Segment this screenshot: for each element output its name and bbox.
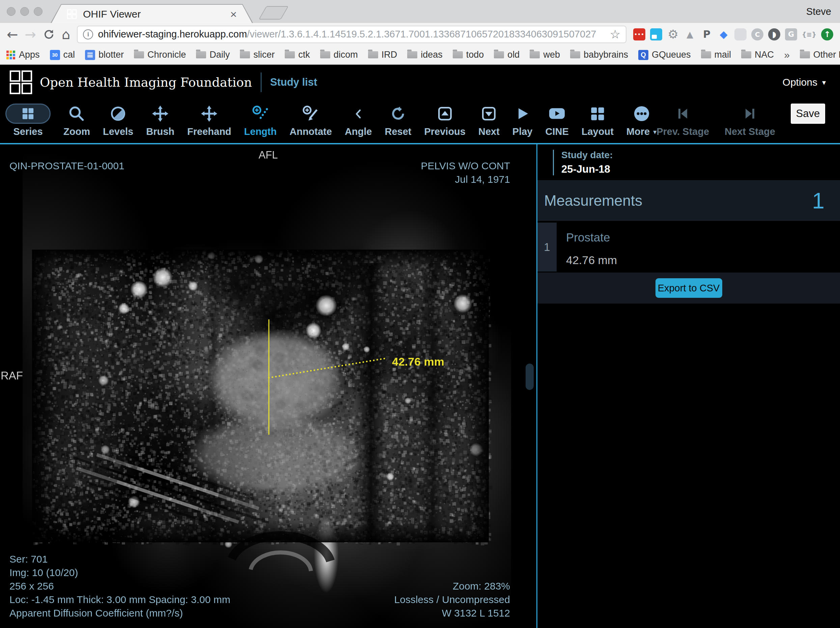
tool-zoom[interactable]: Zoom <box>63 101 90 137</box>
stack-scrollbar-thumb[interactable] <box>526 364 534 390</box>
new-tab-button[interactable] <box>258 6 289 20</box>
tab-close-icon[interactable]: × <box>230 8 237 20</box>
series-active-pill <box>5 104 51 124</box>
tool-play[interactable]: Play <box>512 101 533 137</box>
bookmarks-overflow-chevron[interactable]: » <box>784 49 790 61</box>
minimize-window-button[interactable] <box>20 7 29 16</box>
bookmark-other-bookmarks[interactable]: Other Bookmarks <box>800 50 840 60</box>
bookmark-cal[interactable]: 30cal <box>50 50 75 60</box>
browser-tab[interactable]: OHIF Viewer × <box>51 4 253 23</box>
next-stage-button[interactable]: Next Stage <box>725 101 775 137</box>
next-image-icon <box>481 106 497 121</box>
bookmark-folder[interactable]: ideas <box>407 50 443 60</box>
series-info-overlay: Ser: 701 Img: 10 (10/20) 256 x 256 Loc: … <box>9 552 231 620</box>
study-list-link[interactable]: Study list <box>270 76 317 88</box>
reload-icon[interactable] <box>43 28 55 41</box>
measurement-name[interactable]: Prostate <box>566 231 617 244</box>
bookmark-folder[interactable]: NAC <box>741 50 774 60</box>
bookmark-gqueues[interactable]: GQueues <box>638 50 691 60</box>
bookmark-folder[interactable]: ctk <box>285 50 310 60</box>
maximize-window-button[interactable] <box>34 7 43 16</box>
measurement-value: 42.76 mm <box>566 254 617 267</box>
back-icon[interactable]: ← <box>7 28 18 41</box>
layout-icon <box>590 106 605 121</box>
tool-freehand[interactable]: Freehand <box>187 101 231 137</box>
bookmark-folder[interactable]: Daily <box>196 50 230 60</box>
annotate-icon <box>302 105 319 122</box>
app-title: Open Health Imaging Foundation <box>40 75 252 90</box>
extension-icon-gear[interactable]: ⚙ <box>667 28 679 41</box>
save-button[interactable]: Save <box>791 104 825 124</box>
more-icon <box>633 105 650 122</box>
bookmark-folder[interactable]: slicer <box>240 50 275 60</box>
bookmark-blotter[interactable]: blotter <box>85 50 124 60</box>
extension-icon-diamond[interactable]: ◆ <box>718 28 730 41</box>
study-date-value: 25-Jun-18 <box>561 163 613 175</box>
close-window-button[interactable] <box>7 7 16 16</box>
browser-profile-name[interactable]: Steve <box>806 6 831 17</box>
bookmark-folder[interactable]: dicom <box>320 50 358 60</box>
extension-icon-dots[interactable]: ••• <box>633 28 645 41</box>
folder-icon <box>285 51 295 58</box>
extension-icon-triangle[interactable]: ▲ <box>684 28 696 41</box>
document-icon <box>85 50 95 60</box>
prev-stage-button[interactable]: Prev. Stage <box>657 101 709 137</box>
tool-levels[interactable]: Levels <box>103 101 133 137</box>
extension-icon-braces[interactable]: {≡} <box>802 28 816 41</box>
folder-icon <box>240 51 250 58</box>
folder-icon <box>196 51 206 58</box>
url-text[interactable]: ohifviewer-staging.herokuapp.com/viewer/… <box>98 29 605 40</box>
export-csv-button[interactable]: Export to CSV <box>655 278 722 298</box>
tool-brush[interactable]: Brush <box>146 101 174 137</box>
extension-icon-crescent[interactable]: ◗ <box>768 28 780 41</box>
move-arrows-icon <box>152 106 168 122</box>
bookmark-folder[interactable]: mail <box>701 50 731 60</box>
extension-icon-blue-square[interactable] <box>650 28 662 41</box>
extension-icon-c[interactable]: C <box>751 28 763 41</box>
tool-reset[interactable]: Reset <box>385 101 411 137</box>
tool-annotate[interactable]: Annotate <box>289 101 332 137</box>
extension-icon-g[interactable]: G <box>785 28 797 41</box>
tool-cine[interactable]: CINE <box>545 101 568 137</box>
tool-series[interactable]: Series <box>5 101 51 137</box>
ohif-favicon <box>67 9 77 19</box>
extension-icon-up-arrow[interactable]: ↑ <box>821 28 833 41</box>
folder-icon <box>134 51 144 58</box>
page-info-icon[interactable]: i <box>83 29 93 39</box>
tool-length[interactable]: Length <box>244 101 277 137</box>
bookmark-star-icon[interactable]: ☆ <box>610 28 621 41</box>
bookmark-folder[interactable]: old <box>494 50 519 60</box>
measurement-row[interactable]: 1 Prostate 42.76 mm <box>537 222 840 271</box>
apps-grid-icon <box>6 50 16 60</box>
tool-angle[interactable]: Angle <box>345 101 372 137</box>
extension-icon-speech[interactable] <box>734 28 747 41</box>
bookmark-folder[interactable]: Chronicle <box>134 50 186 60</box>
measurements-panel: Study date: 25-Jun-18 Measurements 1 1 P… <box>537 144 840 628</box>
bookmark-folder[interactable]: web <box>530 50 560 60</box>
tool-more[interactable]: More▾ <box>627 101 657 137</box>
url-domain: ohifviewer-staging.herokuapp.com <box>98 29 247 39</box>
folder-icon <box>407 51 417 58</box>
bookmark-folder[interactable]: babybrains <box>570 50 628 60</box>
extension-icon-p[interactable]: P <box>701 28 713 41</box>
folder-icon <box>453 51 463 58</box>
ohif-logo <box>9 70 32 95</box>
tool-next[interactable]: Next <box>478 101 500 137</box>
calendar-icon: 30 <box>50 50 60 60</box>
tool-previous[interactable]: Previous <box>424 101 466 137</box>
zoom-icon <box>68 106 85 122</box>
bookmark-folder[interactable]: todo <box>453 50 484 60</box>
bookmark-apps[interactable]: Apps <box>6 50 40 60</box>
bookmark-folder[interactable]: IRD <box>368 50 397 60</box>
chevron-down-icon: ▾ <box>653 128 657 136</box>
reset-icon <box>390 106 406 122</box>
address-bar[interactable]: i ohifviewer-staging.herokuapp.com/viewe… <box>77 26 627 43</box>
tool-layout[interactable]: Layout <box>582 101 614 137</box>
levels-icon <box>110 106 126 121</box>
extension-icons: ••• ⚙ ▲ P ◆ C ◗ G {≡} ↑ <box>633 28 833 41</box>
dicom-viewport[interactable]: QIN-PROSTATE-01-0001 AFL PELVIS W/O CONT… <box>0 144 537 628</box>
tab-title: OHIF Viewer <box>83 8 224 20</box>
options-menu[interactable]: Options ▾ <box>783 77 826 88</box>
home-icon[interactable]: ⌂ <box>62 28 70 41</box>
image-info-overlay: Zoom: 283% Lossless / Uncompressed W 313… <box>394 579 510 620</box>
